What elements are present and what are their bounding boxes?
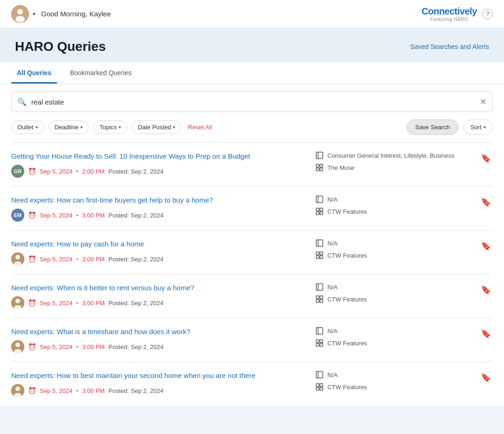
bookmark-button[interactable]: 🔖: [479, 239, 493, 253]
query-meta: ⏰ Sep 5, 2024 • 3:00 PM Posted: Sep 2, 2…: [11, 384, 308, 397]
query-info: N/A CTW Features: [315, 327, 468, 347]
bookmark-button[interactable]: 🔖: [479, 151, 493, 165]
svg-rect-38: [316, 340, 319, 343]
user-menu-chevron[interactable]: ▾: [33, 11, 35, 17]
deadline-time: 3:00 PM: [82, 300, 105, 307]
separator: •: [76, 212, 78, 219]
deadline-date: Sep 5, 2024: [40, 343, 72, 350]
deadline-date: Sep 5, 2024: [40, 168, 72, 175]
book-icon: [315, 327, 324, 335]
main-content: All Queries Bookmarked Queries 🔍 ✕ Outle…: [0, 63, 504, 406]
bookmark-button[interactable]: 🔖: [479, 283, 493, 297]
deadline-time: 3:00 PM: [82, 256, 105, 263]
category-text: N/A: [327, 196, 338, 203]
author-badge: EM: [11, 209, 24, 222]
query-title[interactable]: Getting Your House Ready to Sell: 10 Ine…: [11, 151, 308, 161]
svg-rect-22: [316, 256, 319, 259]
table-row: Need experts: What is a timeshare and ho…: [11, 318, 493, 362]
posted-date: Posted: Sep 2, 2024: [108, 212, 163, 219]
category-text: N/A: [327, 240, 338, 247]
query-info: N/A CTW Features: [315, 239, 468, 259]
query-right: Consumer General Interest, Lifestyle, Bu…: [315, 151, 493, 172]
author-avatar: [11, 296, 24, 309]
svg-rect-12: [320, 208, 323, 211]
query-title[interactable]: Need experts: How to pay cash for a home: [11, 239, 308, 249]
filter-bar: Outlet ▾ Deadline ▾ Topics ▾ Date Posted…: [0, 119, 504, 142]
svg-rect-3: [316, 152, 323, 159]
bookmark-icon: 🔖: [481, 329, 491, 338]
topics-filter[interactable]: Topics ▾: [93, 120, 127, 134]
svg-rect-45: [316, 371, 323, 378]
table-row: Need experts: When is it better to rent …: [11, 274, 493, 318]
tabs: All Queries Bookmarked Queries: [0, 63, 504, 84]
query-right: N/A CTW Features 🔖: [315, 371, 493, 391]
query-title[interactable]: Need experts: How to best maintain your …: [11, 371, 308, 380]
outlet-text: CTW Features: [327, 384, 367, 391]
table-row: Need experts: How to pay cash for a home…: [11, 230, 493, 274]
bookmark-icon: 🔖: [481, 285, 491, 294]
bookmark-icon: 🔖: [481, 241, 491, 251]
deadline-date: Sep 5, 2024: [40, 300, 72, 307]
search-icon: 🔍: [17, 98, 27, 106]
svg-point-34: [15, 343, 20, 347]
author-avatar: [11, 384, 24, 397]
outlet-text: CTW Features: [327, 208, 367, 215]
posted-date: Posted: Sep 2, 2024: [108, 387, 163, 394]
deadline-date: Sep 5, 2024: [40, 212, 72, 219]
table-row: Getting Your House Ready to Sell: 10 Ine…: [11, 142, 493, 186]
sort-button[interactable]: Sort ▾: [463, 119, 493, 135]
clear-icon[interactable]: ✕: [480, 97, 487, 107]
separator: •: [76, 168, 78, 175]
query-meta: GR ⏰ Sep 5, 2024 • 2:00 PM Posted: Sep 2…: [11, 165, 308, 178]
deadline-time: 3:00 PM: [82, 387, 105, 394]
date-posted-filter[interactable]: Date Posted ▾: [132, 120, 182, 134]
bookmark-button[interactable]: 🔖: [479, 327, 493, 341]
outlet-row: The Muse: [315, 163, 468, 172]
header-right: Connectively Featuring HARO ?: [422, 6, 493, 22]
svg-rect-20: [316, 252, 319, 255]
saved-searches-link[interactable]: Saved Searches and Alerts: [410, 39, 489, 50]
deadline-icon: ⏰: [28, 299, 36, 307]
category-row: N/A: [315, 371, 468, 379]
svg-rect-49: [316, 387, 319, 390]
header: ▾ Good Morning, Kaylee Connectively Feat…: [0, 0, 504, 28]
tab-bookmarked-queries[interactable]: Bookmarked Queries: [64, 63, 137, 84]
query-right: N/A CTW Features 🔖: [315, 195, 493, 216]
bookmark-icon: 🔖: [481, 154, 491, 163]
posted-date: Posted: Sep 2, 2024: [108, 256, 163, 263]
svg-rect-29: [316, 296, 319, 299]
bookmark-button[interactable]: 🔖: [479, 195, 493, 209]
query-title[interactable]: Need experts: When is it better to rent …: [11, 283, 308, 293]
query-title[interactable]: Need experts: What is a timeshare and ho…: [11, 327, 308, 336]
bookmark-button[interactable]: 🔖: [479, 371, 493, 385]
book-icon: [315, 195, 324, 203]
tab-all-queries[interactable]: All Queries: [11, 63, 57, 84]
category-row: N/A: [315, 327, 468, 335]
query-meta: EM ⏰ Sep 5, 2024 • 3:00 PM Posted: Sep 2…: [11, 209, 308, 222]
brand-name: Connectively: [422, 6, 477, 17]
deadline-date: Sep 5, 2024: [40, 256, 72, 263]
search-input[interactable]: [31, 98, 475, 106]
svg-rect-9: [316, 196, 323, 203]
bookmark-icon: 🔖: [481, 373, 491, 382]
category-text: N/A: [327, 328, 338, 335]
query-main: Need experts: What is a timeshare and ho…: [11, 327, 308, 353]
posted-date: Posted: Sep 2, 2024: [108, 168, 163, 175]
query-main: Need experts: How can first-time buyers …: [11, 195, 308, 222]
svg-point-43: [15, 386, 20, 391]
svg-rect-41: [320, 343, 323, 346]
avatar[interactable]: [11, 5, 29, 23]
sort-chevron-icon: ▾: [483, 125, 486, 130]
save-search-button[interactable]: Save Search: [406, 119, 459, 135]
query-title[interactable]: Need experts: How can first-time buyers …: [11, 195, 308, 205]
brand-featuring: Featuring HARO: [422, 17, 477, 22]
outlet-text: The Muse: [327, 164, 355, 171]
category-text: N/A: [327, 371, 338, 378]
query-meta: ⏰ Sep 5, 2024 • 3:00 PM Posted: Sep 2, 2…: [11, 296, 308, 309]
help-icon[interactable]: ?: [483, 9, 493, 19]
brand-logo: Connectively Featuring HARO: [422, 6, 477, 22]
deadline-filter[interactable]: Deadline ▾: [49, 120, 89, 134]
outlet-filter[interactable]: Outlet ▾: [11, 120, 44, 134]
query-info: Consumer General Interest, Lifestyle, Bu…: [315, 151, 468, 172]
reset-all-link[interactable]: Reset All: [188, 124, 212, 131]
